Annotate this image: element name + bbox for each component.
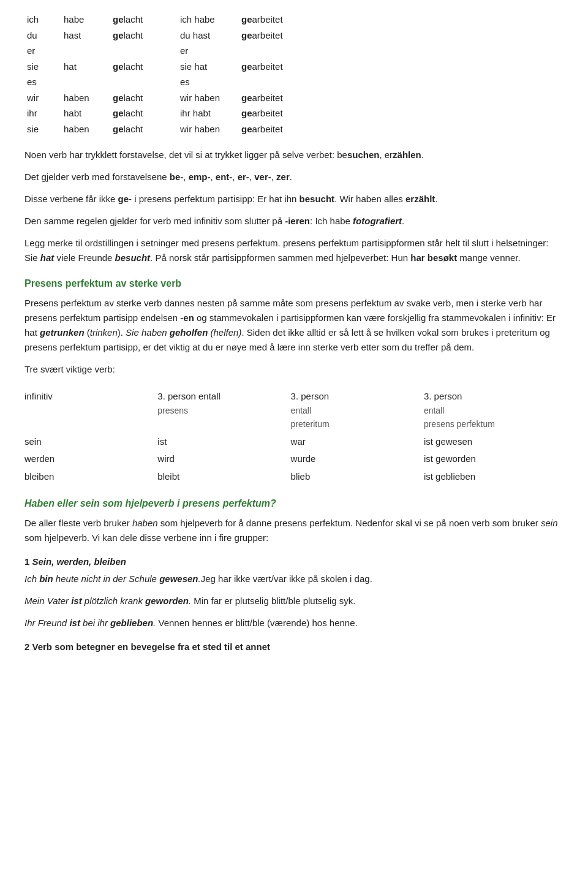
- verb-werden-perfektum: ist geworden: [424, 450, 564, 468]
- paragraph-5: Legg merke til ordstillingen i setninger…: [24, 236, 564, 265]
- conj-cell: [239, 75, 318, 90]
- conj-cell: er: [24, 44, 61, 59]
- conj-cell: sie: [24, 122, 61, 137]
- verb-row-sein: sein ist war ist gewesen: [24, 433, 564, 451]
- conj-cell: [110, 44, 178, 59]
- verb-table-header-row: infinitiv 3. person entall presens 3. pe…: [24, 388, 564, 433]
- conj-row-8: sie haben gelacht wir haben gearbeitet: [24, 122, 564, 137]
- verb-bleiben-preteritum: blieb: [291, 468, 424, 486]
- conj-cell: haben: [61, 122, 110, 137]
- conj-cell: gearbeitet: [239, 28, 318, 44]
- conj-cell: er: [178, 44, 239, 59]
- conj-cell: du: [24, 28, 61, 44]
- section2-body: De aller fleste verb bruker haben som hj…: [24, 516, 564, 545]
- conj-cell: es: [178, 75, 239, 90]
- conj-row-6: wir haben gelacht wir haben gearbeitet: [24, 91, 564, 106]
- section1-body: Presens perfektum av sterke verb dannes …: [24, 296, 564, 355]
- verb-sein: sein: [24, 433, 157, 451]
- verb-bleiben: bleiben: [24, 468, 157, 486]
- conj-cell: gearbeitet: [239, 122, 318, 137]
- conj-cell: gearbeitet: [239, 12, 318, 28]
- conj-cell: gelacht: [110, 28, 178, 44]
- verb-sein-presens: ist: [157, 433, 290, 451]
- conj-cell: gearbeitet: [239, 106, 318, 121]
- conj-row-1: ich habe gelacht ich habe gearbeitet: [24, 12, 564, 28]
- conj-row-7: ihr habt gelacht ihr habt gearbeitet: [24, 106, 564, 121]
- conjugation-table: ich habe gelacht ich habe gearbeitet du …: [24, 12, 564, 137]
- conj-row-2: du hast gelacht du hast gearbeitet: [24, 28, 564, 44]
- conj-cell: [239, 44, 318, 59]
- verb-werden-presens: wird: [157, 450, 290, 468]
- tre-svaert-label: Tre svært viktige verb:: [24, 362, 564, 377]
- conj-row-4: sie hat gelacht sie hat gearbeitet: [24, 59, 564, 75]
- conj-cell: gearbeitet: [239, 59, 318, 75]
- conj-cell: hast: [61, 28, 110, 44]
- verb-bleiben-presens: bleibt: [157, 468, 290, 486]
- verb-bleiben-perfektum: ist geblieben: [424, 468, 564, 486]
- conj-cell: es: [24, 75, 61, 90]
- verb-werden-preteritum: wurde: [291, 450, 424, 468]
- section-heading-haben-sein: Haben eller sein som hjelpeverb i presen…: [24, 496, 564, 511]
- col-3person-presens: 3. person entall presens: [157, 388, 290, 433]
- conj-cell: [61, 44, 110, 59]
- col-3person-preteritum: 3. person entall preteritum: [291, 388, 424, 433]
- section-heading-sterke-verb: Presens perfektum av sterke verb: [24, 276, 564, 291]
- conj-cell: wir haben: [178, 91, 239, 106]
- verb-sein-preteritum: war: [291, 433, 424, 451]
- number-heading-2: 2 Verb som betegner en bevegelse fra et …: [24, 640, 564, 654]
- conj-cell: gelacht: [110, 122, 178, 137]
- conj-cell: haben: [61, 91, 110, 106]
- example-2: Mein Vater ist plötzlich krank geworden.…: [24, 594, 564, 608]
- paragraph-3: Disse verbene får ikke ge- i presens per…: [24, 192, 564, 206]
- conj-cell: habt: [61, 106, 110, 121]
- conj-cell: sie hat: [178, 59, 239, 75]
- conj-cell: wir: [24, 91, 61, 106]
- verb-table-section: infinitiv 3. person entall presens 3. pe…: [24, 388, 564, 485]
- conj-cell: gelacht: [110, 91, 178, 106]
- conj-cell: [61, 75, 110, 90]
- verb-table: infinitiv 3. person entall presens 3. pe…: [24, 388, 564, 485]
- conj-cell: gelacht: [110, 106, 178, 121]
- verb-sein-perfektum: ist gewesen: [424, 433, 564, 451]
- verb-row-werden: werden wird wurde ist geworden: [24, 450, 564, 468]
- conj-cell: habe: [61, 12, 110, 28]
- conj-cell: ich: [24, 12, 61, 28]
- conj-cell: ihr: [24, 106, 61, 121]
- conj-cell: sie: [24, 59, 61, 75]
- col-infinitiv: infinitiv: [24, 388, 157, 433]
- conj-cell: du hast: [178, 28, 239, 44]
- conj-cell: ihr habt: [178, 106, 239, 121]
- conj-cell: gelacht: [110, 59, 178, 75]
- conj-cell: [110, 75, 178, 90]
- example-1: Ich bin heute nicht in der Schule gewese…: [24, 572, 564, 586]
- conj-cell: wir haben: [178, 122, 239, 137]
- conj-cell: gelacht: [110, 12, 178, 28]
- example-3: Ihr Freund ist bei ihr geblieben. Vennen…: [24, 616, 564, 630]
- conj-cell: hat: [61, 59, 110, 75]
- paragraph-4: Den samme regelen gjelder for verb med i…: [24, 214, 564, 229]
- number-heading-1: 1 Sein, werden, bleiben: [24, 555, 564, 569]
- verb-row-bleiben: bleiben bleibt blieb ist geblieben: [24, 468, 564, 486]
- verb-werden: werden: [24, 450, 157, 468]
- conj-row-5: es es: [24, 75, 564, 90]
- paragraph-2: Det gjelder verb med forstavelsene be-, …: [24, 170, 564, 184]
- conj-cell: ich habe: [178, 12, 239, 28]
- conj-cell: gearbeitet: [239, 91, 318, 106]
- col-3person-perfektum: 3. person entall presens perfektum: [424, 388, 564, 433]
- conj-row-3: er er: [24, 44, 564, 59]
- paragraph-1: Noen verb har trykklett forstavelse, det…: [24, 148, 564, 162]
